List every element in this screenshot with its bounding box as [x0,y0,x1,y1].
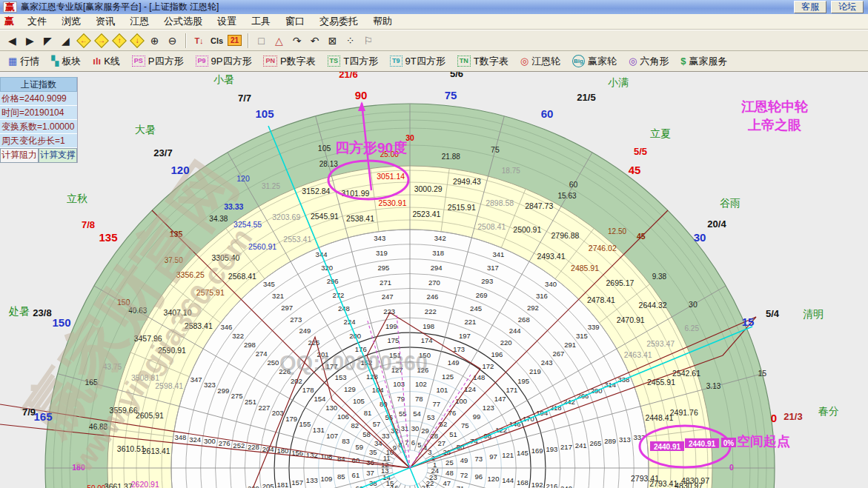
zoom-out-icon[interactable]: ⊖ [164,33,181,49]
svg-text:27: 27 [437,439,445,447]
tab-kline[interactable]: ılıK线 [87,55,126,68]
calendar-icon[interactable]: 21 [226,33,243,49]
svg-text:2847.73: 2847.73 [525,201,553,210]
tab-p-table[interactable]: PNP数字表 [257,55,321,68]
svg-text:319: 319 [376,249,388,257]
svg-text:28.13: 28.13 [319,160,338,168]
sectors-icon: ▚ [51,57,59,65]
svg-text:202: 202 [291,377,302,385]
svg-text:2553.41: 2553.41 [283,235,311,244]
9p-square-icon: P9 [196,56,208,67]
tab-p-square[interactable]: PSP四方形 [126,55,190,68]
menu-item-1[interactable]: 浏览 [54,15,88,28]
tab-9t-square[interactable]: T99T四方形 [384,55,451,68]
gann-toolbar: ▦行情▚板块ılıK线PSP四方形P99P四方形PNP数字表TST四方形T99T… [0,51,868,72]
svg-text:谷雨: 谷雨 [720,197,741,209]
tab-sectors[interactable]: ▚板块 [45,55,87,68]
svg-text:275: 275 [231,392,243,400]
arrow-left-icon[interactable]: ◀ [4,33,21,49]
pan-right-icon[interactable]: → [93,33,110,49]
svg-text:4830.97: 4830.97 [681,476,709,485]
cursor-up-icon[interactable]: ◤ [39,33,56,49]
menu-item-4[interactable]: 公式选股 [156,15,210,28]
svg-text:133: 133 [306,476,318,484]
svg-text:15: 15 [758,369,766,378]
svg-text:121: 121 [502,451,514,459]
forum-button[interactable]: 论坛 [831,1,864,13]
menu-item-6[interactable]: 工具 [244,15,278,28]
tab-winner-service[interactable]: $赢家服务 [675,55,733,68]
info-row-1: 时间=20190104 [0,106,77,120]
tab-9p-square[interactable]: P99P四方形 [190,55,258,68]
svg-text:120: 120 [170,164,189,176]
svg-text:244: 244 [509,327,521,335]
tab-gann-wheel[interactable]: ◎江恩轮 [514,55,566,68]
menu-item-8[interactable]: 交易委托 [312,15,365,28]
svg-text:83: 83 [342,437,350,445]
svg-text:2530.91: 2530.91 [379,198,407,207]
svg-text:60: 60 [352,456,360,464]
gann-wheel-canvas[interactable]: 1234567891011121314151617181920212223242… [0,72,868,488]
svg-text:15: 15 [742,315,755,328]
tab-quotes[interactable]: ▦行情 [2,55,45,68]
svg-text:131: 131 [313,426,325,434]
pan-left-icon[interactable]: ← [75,33,92,49]
main-toolbar: ◀▶◤◢←→↑↓⊕⊖T↓Cls21□△↷↶⊠⁘⚐ [0,30,868,51]
svg-text:144: 144 [502,476,514,484]
svg-text:168: 168 [517,478,529,487]
clear-button[interactable]: Cls [208,33,225,49]
scale-tool-icon[interactable]: T↓ [191,33,208,49]
menu-item-2[interactable]: 资讯 [88,15,122,28]
svg-text:317: 317 [487,264,499,272]
svg-text:72: 72 [460,471,468,479]
svg-text:222: 222 [425,307,437,315]
svg-text:54: 54 [413,410,421,418]
svg-text:78: 78 [415,395,423,403]
menu-logo-icon: 赢 [4,15,14,28]
tab-t-table[interactable]: TNT数字表 [451,55,514,68]
select-tool-icon[interactable]: ⁘ [342,33,359,49]
customer-service-button[interactable]: 客服 [794,1,826,13]
menu-item-7[interactable]: 窗口 [278,15,312,28]
tab-label-kline: K线 [104,55,120,68]
menu-item-5[interactable]: 设置 [210,15,244,28]
winner-service-icon: $ [680,57,686,65]
svg-text:157: 157 [291,478,303,487]
svg-text:45: 45 [629,164,641,176]
tab-hexagon[interactable]: ◎六角形 [623,55,675,68]
svg-text:2746.02: 2746.02 [589,244,617,253]
rotate-cw-icon[interactable]: ↷ [288,33,305,49]
svg-text:31: 31 [401,424,409,432]
calc-support-button[interactable]: 计算支撑 [39,148,77,163]
pan-up-icon[interactable]: ↑ [110,33,127,49]
svg-text:2949.43: 2949.43 [453,177,481,186]
arrow-right-icon[interactable]: ▶ [21,33,39,49]
zoom-in-icon[interactable]: ⊕ [146,33,163,49]
menu-item-0[interactable]: 文件 [20,15,54,28]
svg-text:73: 73 [475,455,483,463]
tab-t-square[interactable]: TST四方形 [322,55,384,68]
pan-down-icon[interactable]: ↓ [128,33,145,49]
rotate-ccw-icon[interactable]: ↶ [306,33,323,49]
flag-tool-icon[interactable]: ⚐ [360,33,377,49]
triangle-tool-icon[interactable]: △ [271,33,288,49]
menu-item-9[interactable]: 帮助 [365,15,400,28]
grid-tool-icon[interactable]: ⊠ [324,33,341,49]
tab-winner-wheel[interactable]: Big赢家轮 [566,55,623,68]
svg-text:316: 316 [536,292,548,300]
svg-text:219: 219 [529,367,541,375]
square-tool-icon[interactable]: □ [253,33,270,49]
svg-text:5: 5 [417,441,421,449]
9t-square-icon: T9 [390,56,402,67]
svg-text:2593.47: 2593.47 [646,339,675,348]
svg-text:294: 294 [431,264,443,272]
svg-text:7/8: 7/8 [82,219,95,230]
cursor-down-icon[interactable]: ◢ [57,33,74,49]
menu-item-3[interactable]: 江恩 [122,15,156,28]
svg-text:107: 107 [326,432,338,440]
svg-text:109: 109 [321,475,333,483]
calc-resistance-button[interactable]: 计算阻力 [0,148,39,163]
tab-label-quotes: 行情 [20,55,39,68]
svg-text:2485.91: 2485.91 [571,264,599,273]
svg-text:空间起点: 空间起点 [737,434,790,449]
